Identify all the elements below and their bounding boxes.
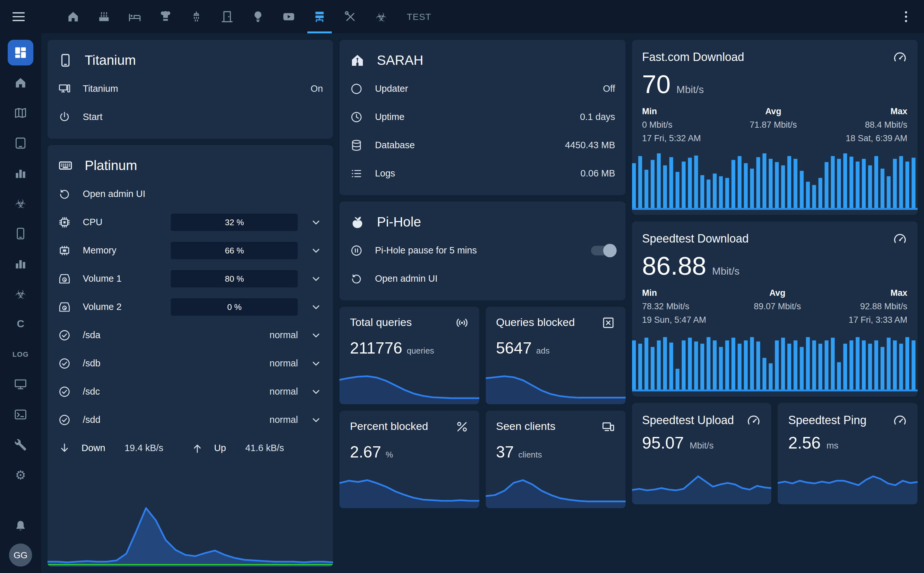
stat-card-queries-blocked[interactable]: Queries blocked 5647ads bbox=[486, 307, 625, 404]
cpu-meter: 32 % bbox=[171, 213, 298, 231]
download-history-bars bbox=[632, 335, 918, 391]
sidebar-item-letter-c[interactable]: C bbox=[8, 311, 33, 337]
disk-row-sdb[interactable]: /sdb normal bbox=[58, 349, 323, 377]
speed-unit: ms bbox=[827, 440, 838, 450]
tab-home[interactable] bbox=[58, 0, 89, 33]
entity-value: normal bbox=[269, 386, 298, 396]
chevron-down-icon[interactable] bbox=[310, 328, 323, 342]
download-rate: Down 19.4 kB/s bbox=[58, 441, 190, 455]
entity-label: Pi-Hole pause for 5 mins bbox=[375, 245, 579, 255]
menu-icon[interactable] bbox=[10, 8, 27, 25]
entity-row-database[interactable]: Database 4450.43 MB bbox=[350, 131, 615, 159]
dashboard-content: Titanium Titanium On Start bbox=[41, 33, 924, 573]
tab-test[interactable]: TEST bbox=[396, 0, 442, 33]
sidebar-item-chart-1[interactable] bbox=[8, 160, 33, 186]
stat-title: Seen clients bbox=[496, 420, 555, 433]
sidebar-item-home[interactable] bbox=[8, 70, 33, 96]
entity-label: /sdd bbox=[83, 415, 258, 425]
open-admin-ui-row[interactable]: Open admin UI bbox=[350, 265, 615, 293]
stat-card-total-queries[interactable]: Total queries 211776queries bbox=[340, 307, 479, 404]
gear-icon: ⚙ bbox=[14, 468, 28, 482]
biohazard-icon: ☣ bbox=[14, 196, 28, 210]
pihole-pause-row[interactable]: Pi-Hole pause for 5 mins bbox=[350, 236, 615, 265]
meter-row-volume-1[interactable]: Volume 1 80 % bbox=[58, 265, 323, 293]
chevron-down-icon[interactable] bbox=[310, 215, 323, 229]
tab-door[interactable] bbox=[212, 0, 243, 33]
speedtest-ping-card: Speedtest Ping 2.56ms bbox=[778, 402, 918, 504]
entity-value: normal bbox=[269, 415, 298, 425]
shower-icon bbox=[189, 9, 204, 24]
sidebar-item-log[interactable]: LOG bbox=[8, 341, 33, 367]
tab-media[interactable] bbox=[273, 0, 304, 33]
meter-row-memory[interactable]: Memory 66 % bbox=[58, 236, 323, 265]
pihole-pause-toggle[interactable] bbox=[590, 246, 615, 255]
log-icon: LOG bbox=[13, 350, 29, 358]
sidebar-item-phone[interactable] bbox=[8, 221, 33, 246]
sidebar-item-terminal[interactable] bbox=[8, 402, 33, 427]
sidebar-item-biohazard-2[interactable]: ☣ bbox=[8, 281, 33, 307]
chevron-down-icon[interactable] bbox=[310, 244, 323, 257]
sidebar-item-chart-2[interactable] bbox=[8, 251, 33, 277]
stat-card-seen-clients[interactable]: Seen clients 37clients bbox=[486, 411, 625, 508]
disk-row-sda[interactable]: /sda normal bbox=[58, 321, 323, 349]
entity-label: Logs bbox=[375, 168, 569, 178]
view-tabs: ☣ TEST bbox=[58, 0, 442, 33]
sidebar-item-monitor[interactable] bbox=[8, 371, 33, 397]
column-left: Titanium Titanium On Start bbox=[47, 40, 334, 567]
chevron-down-icon[interactable] bbox=[310, 300, 323, 313]
stat-sparkline bbox=[486, 479, 625, 508]
tab-shower[interactable] bbox=[181, 0, 212, 33]
sidebar-item-dashboard[interactable] bbox=[8, 40, 33, 66]
start-button-row[interactable]: Start bbox=[58, 103, 323, 131]
stat-title: Queries blocked bbox=[496, 316, 575, 329]
entity-row-uptime[interactable]: Uptime 0.1 days bbox=[350, 103, 615, 131]
disk-row-sdd[interactable]: /sdd normal bbox=[58, 405, 323, 434]
chevron-down-icon[interactable] bbox=[310, 357, 323, 370]
disk-row-sdc[interactable]: /sdc normal bbox=[58, 377, 323, 405]
down-value: 19.4 kB/s bbox=[124, 443, 163, 453]
tab-network-selected[interactable] bbox=[304, 0, 335, 33]
sidebar-item-map[interactable] bbox=[8, 100, 33, 126]
fastcom-download-card: Fast.com Download 70Mbit/s Min0 Mbit/s17… bbox=[632, 40, 918, 215]
chevron-down-icon[interactable] bbox=[310, 272, 323, 285]
entity-value: Off bbox=[603, 83, 615, 94]
entity-row-updater[interactable]: Updater Off bbox=[350, 74, 615, 103]
door-icon bbox=[220, 9, 234, 24]
chevron-down-icon[interactable] bbox=[310, 413, 323, 426]
tab-cake[interactable] bbox=[89, 0, 119, 33]
entity-row-logs[interactable]: Logs 0.06 MB bbox=[350, 159, 615, 187]
card-title: Speedtest Download bbox=[642, 232, 749, 246]
tab-kitchen[interactable] bbox=[150, 0, 181, 33]
desktop-icon bbox=[58, 82, 71, 95]
card-title: Pi-Hole bbox=[377, 214, 421, 230]
meter-row-cpu[interactable]: CPU 32 % bbox=[58, 208, 323, 236]
tab-tools[interactable] bbox=[335, 0, 366, 33]
tab-light[interactable] bbox=[243, 0, 273, 33]
column-right: Fast.com Download 70Mbit/s Min0 Mbit/s17… bbox=[632, 40, 918, 567]
sidebar-item-developer-tools[interactable] bbox=[8, 432, 33, 457]
card-title: Platinum bbox=[85, 158, 137, 173]
tab-biohazard[interactable]: ☣ bbox=[366, 0, 396, 33]
sidebar-item-tablet[interactable] bbox=[8, 130, 33, 156]
sidebar-item-biohazard-1[interactable]: ☣ bbox=[8, 191, 33, 216]
column-middle: SARAH Updater Off Uptime 0.1 days D bbox=[340, 40, 626, 567]
cpu-icon bbox=[58, 215, 71, 229]
chevron-down-icon[interactable] bbox=[310, 385, 323, 398]
titanium-card: Titanium Titanium On Start bbox=[47, 40, 334, 139]
tab-test-label: TEST bbox=[407, 11, 431, 22]
stat-card-percent-blocked[interactable]: Percent blocked 2.67% bbox=[340, 411, 479, 508]
tab-bed[interactable] bbox=[119, 0, 150, 33]
open-admin-ui-row[interactable]: Open admin UI bbox=[58, 180, 323, 208]
entity-label: /sdb bbox=[83, 358, 258, 368]
entity-value: 0.1 days bbox=[580, 112, 615, 122]
user-avatar[interactable]: GG bbox=[9, 543, 32, 567]
sidebar-item-notifications[interactable] bbox=[8, 514, 33, 539]
restart-icon bbox=[58, 187, 71, 200]
pihole-stats-grid: Total queries 211776queries Queries bloc… bbox=[340, 307, 626, 508]
sidebar-item-settings[interactable]: ⚙ bbox=[8, 462, 33, 488]
meter-row-volume-2[interactable]: Volume 2 0 % bbox=[58, 293, 323, 321]
overflow-menu-icon[interactable] bbox=[898, 9, 914, 24]
restart-icon bbox=[350, 272, 363, 285]
platinum-card: Platinum Open admin UI CPU 32 % M bbox=[47, 145, 334, 567]
entity-row-titanium[interactable]: Titanium On bbox=[58, 74, 323, 103]
